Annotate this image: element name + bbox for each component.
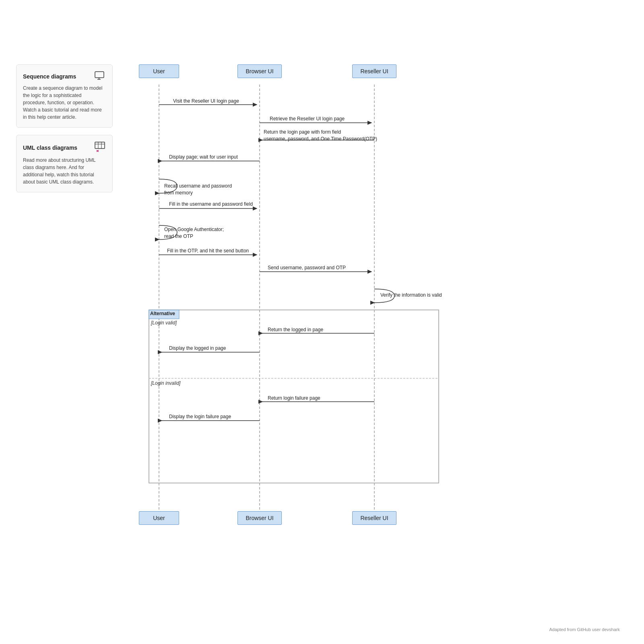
msg14-label: Display the login failure page bbox=[169, 414, 231, 419]
msg6-label: Fill in the username and password field bbox=[169, 201, 253, 207]
msg4-label: Display page; wait for user input bbox=[169, 154, 238, 160]
user-bottom-box: User bbox=[139, 511, 179, 525]
condition-invalid: [Login invalid] bbox=[151, 380, 180, 386]
msg10-label: Verify the information is valid bbox=[380, 292, 442, 298]
alt-label: Alternative bbox=[150, 311, 175, 316]
monitor-icon bbox=[95, 71, 106, 81]
sequence-card: Sequence diagrams Create a sequence diag… bbox=[16, 64, 113, 128]
browser-bottom-box: Browser UI bbox=[237, 511, 282, 525]
msg7-label: Open Google Authenticator;read the OTP bbox=[164, 226, 224, 240]
condition-valid: [Login valid] bbox=[151, 320, 177, 326]
sequence-title: Sequence diagrams bbox=[23, 73, 76, 80]
uml-title: UML class diagrams bbox=[23, 144, 77, 151]
msg1-label: Visit the Reseller UI login page bbox=[173, 98, 239, 104]
msg5-label: Recall username and passwordfrom memory bbox=[164, 183, 232, 196]
sequence-diagram: User Browser UI Reseller UI bbox=[129, 40, 612, 604]
uml-body: Read more about structuring UML class di… bbox=[23, 157, 106, 186]
svg-rect-3 bbox=[95, 142, 105, 149]
msg9-label: Send username, password and OTP bbox=[268, 265, 346, 270]
msg3-label: Return the login page with form fielduse… bbox=[264, 129, 377, 142]
msg13-label: Return login failure page bbox=[268, 395, 320, 401]
msg11-label: Return the logged in page bbox=[268, 327, 323, 332]
msg2-label: Retrieve the Reseller UI login page bbox=[270, 116, 345, 122]
uml-card: UML class diagrams Read more about struc… bbox=[16, 135, 113, 192]
msg12-label: Display the logged in page bbox=[169, 345, 226, 351]
sequence-body: Create a sequence diagram to model the l… bbox=[23, 85, 106, 121]
footer-credit: Adapted from GitHub user devshark bbox=[549, 627, 620, 632]
svg-rect-0 bbox=[95, 72, 104, 78]
msg8-label: Fill in the OTP, and hit the send button bbox=[167, 248, 249, 254]
reseller-bottom-box: Reseller UI bbox=[352, 511, 396, 525]
sidebar: Sequence diagrams Create a sequence diag… bbox=[16, 64, 113, 200]
table-icon bbox=[95, 142, 106, 153]
